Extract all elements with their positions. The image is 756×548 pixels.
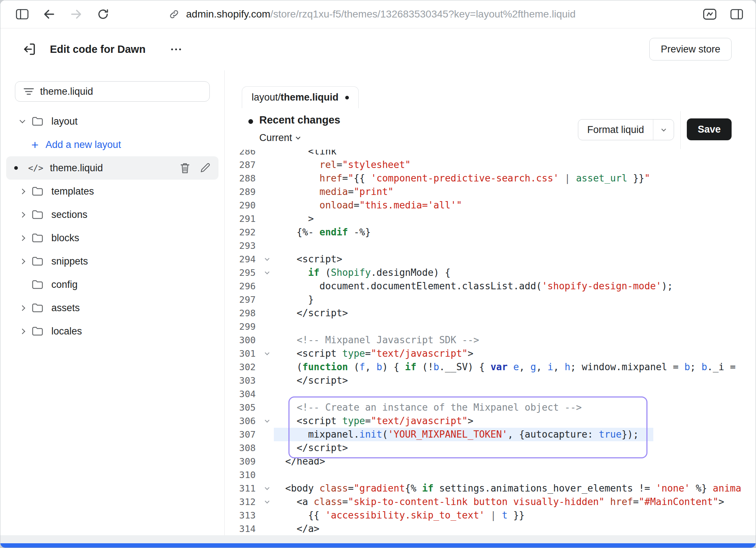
more-menu-icon[interactable] — [168, 45, 185, 54]
code-line: 293 — [225, 239, 756, 253]
code-text[interactable]: } — [274, 293, 756, 306]
preview-store-button[interactable]: Preview store — [649, 38, 732, 60]
code-text[interactable]: media="print" — [274, 185, 756, 199]
reload-icon[interactable] — [94, 5, 112, 23]
back-icon[interactable] — [40, 5, 58, 23]
code-text[interactable]: </a> — [274, 522, 756, 535]
chevron-down-icon[interactable] — [16, 120, 28, 122]
line-number: 309 — [225, 455, 260, 468]
save-button[interactable]: Save — [687, 118, 732, 140]
line-number: 303 — [225, 374, 260, 387]
sidebar-item-config[interactable]: config — [6, 273, 218, 296]
code-text[interactable]: {{ 'accessibility.skip_to_text' | t }} — [274, 509, 756, 522]
line-number: 310 — [225, 468, 260, 482]
code-line: 305 <!-- Create an instance of the Mixpa… — [225, 401, 756, 414]
code-line: 290 onload="this.media='all'" — [225, 199, 756, 212]
code-text[interactable]: </script> — [274, 374, 756, 387]
forward-icon[interactable] — [67, 5, 85, 23]
code-text[interactable]: rel="stylesheet" — [274, 158, 756, 172]
code-text[interactable]: </script> — [274, 441, 756, 455]
sidebar-item-snippets[interactable]: snippets — [6, 250, 218, 273]
code-text[interactable]: <script type="text/javascript"> — [274, 347, 756, 360]
sidebar-item-locales[interactable]: locales — [6, 320, 218, 343]
sidebar-item-assets[interactable]: assets — [6, 296, 218, 320]
fold-chevron-icon[interactable] — [260, 482, 274, 495]
file-search[interactable] — [15, 81, 210, 102]
code-line: 313 {{ 'accessibility.skip_to_text' | t … — [225, 509, 756, 522]
code-line: 311 <body class="gradient{% if settings.… — [225, 482, 756, 495]
code-line: 309 </head> — [225, 455, 756, 468]
exit-icon[interactable] — [20, 40, 38, 58]
line-number: 308 — [225, 441, 260, 455]
bottom-strip — [0, 535, 756, 543]
code-text[interactable] — [274, 239, 756, 253]
sidebar-item-theme-liquid[interactable]: </>theme.liquid — [6, 156, 218, 180]
sidebar-item-layout[interactable]: layout — [6, 110, 218, 133]
chevron-right-icon[interactable] — [16, 189, 28, 193]
sidebar-item-templates[interactable]: templates — [6, 180, 218, 203]
chevron-right-icon[interactable] — [16, 259, 28, 263]
fold-chevron-icon[interactable] — [260, 266, 274, 279]
sidebar-toggle-icon[interactable] — [13, 5, 31, 23]
code-text[interactable]: if (Shopify.designMode) { — [274, 266, 756, 279]
code-text[interactable]: <script type="text/javascript"> — [274, 414, 756, 428]
sidebar-item-sections[interactable]: sections — [6, 203, 218, 226]
code-text[interactable]: <!-- Mixpanel Javascript SDK --> — [274, 333, 756, 347]
sidebar-item-label: templates — [51, 186, 94, 197]
code-text[interactable]: {%- endif -%} — [274, 226, 756, 239]
fold-gutter — [260, 279, 274, 293]
code-text[interactable]: <!-- Create an instance of the Mixpanel … — [274, 401, 756, 414]
chevron-right-icon[interactable] — [16, 306, 28, 310]
code-line: 299 — [225, 320, 756, 333]
address-bar[interactable]: admin.shopify.com/store/rzq1xu-f5/themes… — [169, 8, 701, 20]
filter-icon — [23, 87, 34, 96]
fold-chevron-icon[interactable] — [260, 347, 274, 360]
code-text[interactable]: </head> — [274, 455, 756, 468]
tab-theme-liquid[interactable]: layout/theme.liquid — [242, 86, 359, 108]
code-text[interactable]: <body class="gradient{% if settings.anim… — [274, 482, 756, 495]
version-dropdown[interactable]: Current — [259, 132, 300, 144]
fold-chevron-icon[interactable] — [260, 414, 274, 428]
code-text[interactable]: href="{{ 'component-predictive-search.cs… — [274, 172, 756, 185]
link-icon — [169, 9, 180, 20]
format-options-chevron[interactable] — [653, 129, 674, 131]
code-text[interactable]: <script> — [274, 253, 756, 266]
chevron-right-icon[interactable] — [16, 329, 28, 333]
code-line: 301 <script type="text/javascript"> — [225, 347, 756, 360]
code-text[interactable] — [274, 468, 756, 482]
code-text[interactable]: <link — [274, 150, 756, 158]
fold-gutter — [260, 320, 274, 333]
code-line: 310 — [225, 468, 756, 482]
fold-chevron-icon[interactable] — [260, 495, 274, 509]
code-text[interactable]: (function (f, b) { if (!b.__SV) { var e,… — [274, 360, 756, 374]
code-text[interactable]: <a class="skip-to-content-link button vi… — [274, 495, 756, 509]
chevron-right-icon[interactable] — [16, 213, 28, 217]
line-number: 301 — [225, 347, 260, 360]
bottom-accent-bar — [0, 543, 756, 548]
code-text[interactable]: onload="this.media='all'" — [274, 199, 756, 212]
fold-chevron-icon[interactable] — [260, 253, 274, 266]
code-text[interactable]: document.documentElement.classList.add('… — [274, 279, 756, 293]
sidebar-item-add-a-new-layout[interactable]: +Add a new layout — [6, 133, 218, 156]
code-line: 288 href="{{ 'component-predictive-searc… — [225, 172, 756, 185]
format-liquid-label: Format liquid — [578, 124, 653, 136]
sidebar-item-blocks[interactable]: blocks — [6, 226, 218, 250]
format-liquid-button[interactable]: Format liquid — [578, 119, 674, 140]
sidebar-item-label: blocks — [51, 232, 79, 244]
code-text[interactable] — [274, 320, 756, 333]
chevron-right-icon[interactable] — [16, 236, 28, 240]
code-line: 308 </script> — [225, 441, 756, 455]
code-text[interactable]: mixpanel.init('YOUR_MIXPANEL_TOKEN', {au… — [274, 428, 756, 441]
code-text[interactable] — [274, 387, 756, 401]
code-text[interactable]: </script> — [274, 306, 756, 320]
tab-path-prefix: layout/ — [252, 92, 281, 103]
line-number: 291 — [225, 212, 260, 226]
search-input[interactable] — [40, 86, 209, 97]
browser-extension-icon[interactable] — [701, 5, 718, 23]
code-text[interactable]: > — [274, 212, 756, 226]
rename-icon[interactable] — [200, 163, 210, 173]
split-view-icon[interactable] — [728, 5, 745, 23]
delete-icon[interactable] — [179, 162, 191, 174]
code-area[interactable]: 286 <link287 rel="stylesheet"288 href="{… — [225, 150, 756, 535]
fold-gutter — [260, 509, 274, 522]
